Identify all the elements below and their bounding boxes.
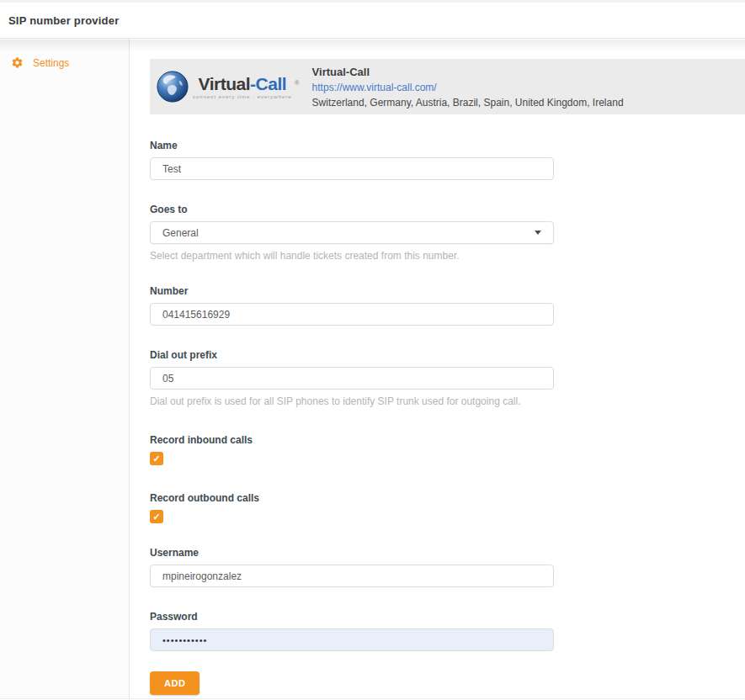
main-content: Virtual-Call connect every time · everyw…	[130, 39, 745, 698]
record-outbound-field-group: Record outbound calls ✓	[150, 492, 554, 523]
number-input[interactable]	[150, 303, 554, 326]
provider-countries: Switzerland, Germany, Austria, Brazil, S…	[312, 97, 624, 109]
provider-logo: Virtual-Call connect every time · everyw…	[157, 71, 300, 103]
goes-to-help-text: Select department which will handle tick…	[150, 250, 554, 262]
sidebar-item-label: Settings	[33, 57, 69, 69]
brand-tagline: connect every time · everywhere	[193, 94, 292, 99]
provider-name: Virtual-Call	[312, 66, 624, 78]
gear-icon	[11, 56, 24, 69]
dial-out-prefix-label: Dial out prefix	[150, 349, 554, 361]
dial-out-prefix-input[interactable]	[150, 367, 554, 390]
record-inbound-field-group: Record inbound calls ✓	[150, 434, 554, 465]
username-input[interactable]	[150, 565, 554, 587]
number-label: Number	[150, 285, 554, 297]
record-outbound-label: Record outbound calls	[150, 492, 554, 504]
page-header: SIP number provider	[0, 3, 745, 39]
registered-trademark-mark: ®	[295, 79, 300, 87]
provider-url-link[interactable]: https://www.virtual-call.com/	[312, 82, 624, 93]
chevron-down-icon	[535, 231, 541, 235]
username-field-group: Username	[150, 547, 554, 587]
brand-word-call: -Call	[250, 74, 286, 93]
password-field-group: Password	[150, 611, 554, 651]
checkmark-icon: ✓	[152, 454, 160, 464]
goes-to-label: Goes to	[150, 204, 554, 215]
username-label: Username	[150, 547, 554, 559]
checkmark-icon: ✓	[152, 512, 160, 522]
name-input[interactable]	[150, 157, 554, 180]
goes-to-field-group: Goes to General Select department which …	[150, 204, 554, 262]
provider-info: Virtual-Call https://www.virtual-call.co…	[312, 66, 624, 109]
main-layout: Settings	[0, 39, 745, 699]
goes-to-selected-value: General	[162, 227, 199, 239]
name-field-group: Name	[150, 140, 554, 180]
globe-icon	[157, 71, 189, 103]
name-label: Name	[150, 140, 554, 151]
password-input[interactable]	[150, 628, 554, 651]
page-title: SIP number provider	[8, 14, 119, 27]
dial-out-prefix-help-text: Dial out prefix is used for all SIP phon…	[150, 395, 554, 407]
provider-card: Virtual-Call connect every time · everyw…	[150, 59, 745, 114]
number-field-group: Number	[150, 285, 554, 326]
record-inbound-checkbox[interactable]: ✓	[150, 452, 163, 465]
sidebar: Settings	[0, 39, 130, 698]
record-outbound-checkbox[interactable]: ✓	[150, 510, 163, 523]
goes-to-select[interactable]: General	[150, 221, 554, 244]
sidebar-item-settings[interactable]: Settings	[0, 56, 129, 69]
brand-word-virtual: Virtual	[199, 74, 250, 93]
add-button[interactable]: ADD	[150, 671, 200, 695]
password-label: Password	[150, 611, 554, 623]
dial-out-prefix-field-group: Dial out prefix Dial out prefix is used …	[150, 349, 554, 407]
brand-wordmark: Virtual-Call connect every time · everyw…	[193, 75, 292, 99]
record-inbound-label: Record inbound calls	[150, 434, 554, 446]
